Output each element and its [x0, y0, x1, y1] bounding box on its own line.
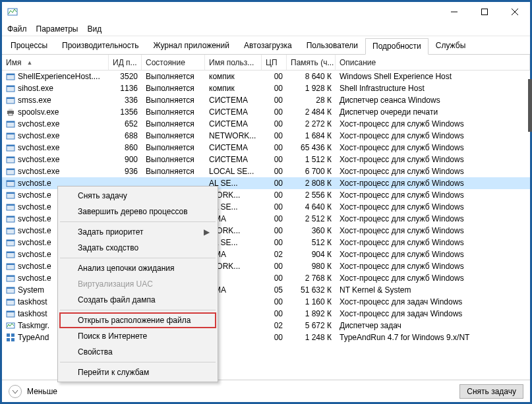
menu-file[interactable]: Файл	[7, 24, 27, 34]
process-pid: 1136	[109, 84, 142, 93]
svg-rect-50	[11, 333, 15, 337]
svg-rect-2	[482, 9, 488, 15]
table-row[interactable]: svchost.exe900ВыполняетсяСИСТЕМА001 512 …	[2, 154, 530, 165]
svg-rect-25	[7, 181, 15, 182]
process-cpu: 00	[262, 84, 287, 93]
process-icon	[6, 297, 15, 306]
table-row[interactable]: smss.exe336ВыполняетсяСИСТЕМА0028 КДиспе…	[2, 94, 530, 106]
ctx-priority[interactable]: Задать приоритет▶	[59, 224, 216, 240]
maximize-button[interactable]	[469, 2, 500, 22]
process-memory: 8 640 К	[287, 72, 336, 81]
process-cpu: 00	[262, 309, 287, 318]
tab-startup[interactable]: Автозагрузка	[237, 38, 299, 54]
process-cpu: 00	[262, 143, 287, 152]
process-memory: 2 484 К	[287, 107, 336, 117]
process-memory: 51 632 К	[287, 285, 336, 295]
process-user: СИСТЕМА	[205, 96, 262, 105]
process-icon	[6, 214, 15, 223]
ctx-end-task[interactable]: Снять задачу	[59, 188, 216, 204]
process-name: svchost.exe	[18, 167, 59, 176]
tab-details[interactable]: Подробности	[365, 38, 429, 55]
process-description: Хост-процесс для служб Windows	[336, 131, 530, 140]
process-cpu: 00	[262, 262, 287, 271]
svg-rect-6	[7, 74, 15, 75]
process-description: Хост-процесс для служб Windows	[336, 262, 530, 271]
svg-rect-29	[7, 204, 15, 206]
ctx-dump[interactable]: Создать файл дампа	[59, 292, 216, 308]
process-icon	[6, 96, 15, 105]
process-icon	[6, 321, 15, 330]
app-icon	[7, 7, 18, 17]
tab-apphistory[interactable]: Журнал приложений	[146, 38, 237, 54]
svg-rect-52	[11, 338, 15, 341]
process-memory: 1 892 К	[287, 309, 336, 318]
tab-performance[interactable]: Производительность	[55, 38, 146, 54]
process-description: Windows Shell Experience Host	[336, 72, 530, 81]
close-button[interactable]	[500, 2, 530, 22]
process-description: Хост-процесс для задач Windows	[336, 297, 530, 306]
table-row[interactable]: svchost.exe652ВыполняетсяСИСТЕМА002 272 …	[2, 118, 530, 130]
menu-options[interactable]: Параметры	[36, 24, 78, 34]
header-name[interactable]: Имя▲	[2, 55, 109, 70]
process-user: LOCAL SE...	[205, 167, 262, 176]
svg-rect-35	[7, 240, 15, 241]
svg-rect-33	[7, 228, 15, 229]
process-memory: 2 768 К	[287, 274, 336, 283]
ctx-waitchain[interactable]: Анализ цепочки ожидания	[59, 260, 216, 276]
process-memory: 2 556 К	[287, 190, 336, 200]
process-status: Выполняется	[142, 84, 205, 93]
process-description: Хост-процесс для служб Windows	[336, 143, 530, 152]
sort-asc-icon: ▲	[26, 59, 32, 66]
process-status: Выполняется	[142, 131, 205, 140]
process-icon	[6, 107, 15, 117]
minimize-button[interactable]	[439, 2, 469, 22]
ctx-separator	[60, 362, 216, 362]
process-name: svchost.e	[18, 214, 51, 223]
process-icon	[6, 84, 15, 93]
header-description[interactable]: Описание	[336, 55, 530, 70]
ctx-search-online[interactable]: Поиск в Интернете	[59, 328, 216, 344]
ctx-separator	[60, 258, 216, 258]
process-cpu: 00	[262, 167, 287, 176]
process-name: smss.exe	[18, 96, 51, 105]
process-status: Выполняется	[142, 119, 205, 129]
menu-view[interactable]: Вид	[87, 24, 102, 34]
header-memory[interactable]: Память (ч...	[287, 55, 336, 70]
table-row[interactable]: svchost.exe860ВыполняетсяСИСТЕМА0065 436…	[2, 142, 530, 154]
header-user[interactable]: Имя польз...	[205, 55, 262, 70]
process-user: СИСТЕМА	[205, 155, 262, 164]
process-memory: 65 436 К	[287, 143, 336, 152]
fewer-details-button[interactable]	[9, 385, 22, 398]
process-name: svchost.e	[18, 262, 51, 271]
process-memory: 6 700 К	[287, 167, 336, 176]
scrollbar-thumb[interactable]	[528, 79, 532, 132]
tab-users[interactable]: Пользователи	[299, 38, 365, 54]
process-memory: 1 248 К	[287, 333, 336, 342]
ctx-open-location[interactable]: Открыть расположение файла	[59, 312, 216, 328]
table-row[interactable]: ShellExperienceHost....3520Выполняетсяко…	[2, 71, 530, 82]
table-row[interactable]: svchost.exe936ВыполняетсяLOCAL SE...006 …	[2, 165, 530, 177]
ctx-properties[interactable]: Свойства	[59, 344, 216, 360]
header-cpu[interactable]: ЦП	[262, 55, 287, 70]
ctx-end-tree[interactable]: Завершить дерево процессов	[59, 204, 216, 219]
ctx-uac: Виртуализация UAC	[59, 276, 216, 292]
svg-rect-43	[7, 287, 15, 289]
process-memory: 360 К	[287, 226, 336, 235]
process-icon	[6, 72, 15, 81]
header-pid[interactable]: ИД п...	[109, 55, 142, 70]
process-icon	[6, 202, 15, 212]
header-status[interactable]: Состояние	[142, 55, 205, 70]
process-description: Хост-процесс для служб Windows	[336, 155, 530, 164]
table-row[interactable]: svchost.exe688ВыполняетсяNETWORK...001 6…	[2, 130, 530, 142]
ctx-go-to-service[interactable]: Перейти к службам	[59, 364, 216, 380]
tab-services[interactable]: Службы	[429, 38, 473, 54]
ctx-affinity[interactable]: Задать сходство	[59, 240, 216, 256]
svg-rect-37	[7, 252, 15, 253]
end-task-button[interactable]: Снять задачу	[459, 384, 523, 399]
table-row[interactable]: sihost.exe1136Выполняетсякомпик001 928 К…	[2, 82, 530, 94]
table-row[interactable]: spoolsv.exe1356ВыполняетсяСИСТЕМА002 484…	[2, 106, 530, 118]
column-headers: Имя▲ ИД п... Состояние Имя польз... ЦП П…	[2, 55, 530, 71]
tab-processes[interactable]: Процессы	[3, 38, 55, 54]
process-icon	[6, 309, 15, 318]
process-pid: 900	[109, 155, 142, 164]
